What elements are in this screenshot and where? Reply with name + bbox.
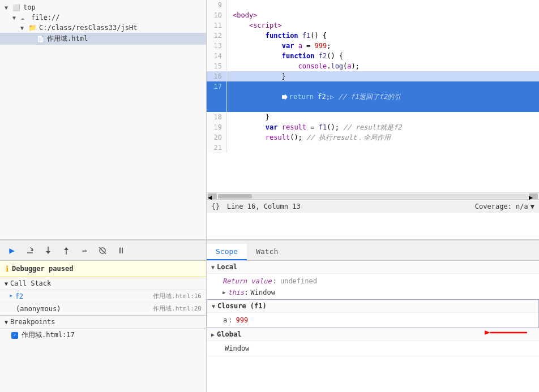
current-frame-arrow-icon: ➤: [9, 292, 13, 300]
step-out-icon: [61, 245, 71, 256]
closure-items: a : 999: [207, 313, 538, 328]
execution-pointer: [282, 94, 288, 100]
info-icon: ℹ: [6, 264, 8, 273]
breakpoint-item-1[interactable]: ✓ 作用域.html:17: [0, 329, 206, 342]
this-key: this: [228, 288, 244, 296]
resume-button[interactable]: ▶: [5, 243, 19, 258]
global-val: Window: [225, 343, 249, 354]
code-line-9: 9: [207, 0, 539, 10]
bottom-panel: ▶: [0, 239, 539, 392]
code-container: 9 10 <body> 11 <script> 12 functi: [207, 0, 539, 199]
cursor-position: Line 16, Column 13: [227, 203, 301, 210]
scope-watch-pane: Scope Watch ▼ Local: [207, 240, 539, 392]
stack-frame-anonymous[interactable]: (anonymous) 作用域.html:20: [0, 303, 206, 315]
global-section: ▶ Global Window: [207, 328, 539, 356]
code-line-14: 14 function f2() {: [207, 51, 539, 61]
tab-scope[interactable]: Scope: [207, 244, 247, 260]
scroll-right-btn[interactable]: ▶: [529, 193, 538, 199]
debugger-pane: ▶: [0, 240, 207, 392]
step-into-icon: [43, 245, 53, 256]
code-line-13: 13 var a = 999;: [207, 41, 539, 51]
code-line-18: 18 }: [207, 112, 539, 122]
closure-expand-arrow: ▼: [212, 303, 215, 309]
scope-item-this[interactable]: ▶ this : Window: [220, 287, 539, 298]
dropdown-arrow: ▼: [531, 203, 534, 210]
frame-file-anon: 作用域.html:20: [153, 304, 202, 313]
window-icon: [12, 3, 22, 11]
code-line-10: 10 <body>: [207, 10, 539, 20]
breakpoints-label: Breakpoints: [10, 318, 55, 326]
svg-line-8: [99, 247, 106, 254]
a-val: 999: [236, 315, 248, 325]
local-section: ▼ Local Return value : undefined ▶ this …: [207, 261, 539, 299]
folder-icon: [28, 24, 37, 32]
call-stack-section-header[interactable]: ▼ Call Stack: [0, 277, 206, 290]
deactivate-icon: [97, 245, 108, 256]
call-stack-label: Call Stack: [10, 279, 51, 287]
frame-file-f2: 作用域.html:16: [153, 292, 202, 300]
breakpoints-arrow: ▼: [5, 319, 8, 325]
step-button[interactable]: ⇒: [77, 243, 92, 258]
this-expand-arrow: ▶: [223, 290, 225, 295]
return-value-key: Return value: [223, 276, 272, 286]
local-expand-arrow: ▼: [211, 264, 215, 270]
debugger-paused-label: Debugger paused: [12, 265, 73, 273]
scope-item-a: a : 999: [221, 314, 538, 326]
tree-arrow-folder: ▼: [20, 25, 28, 31]
step-out-button[interactable]: [59, 243, 74, 258]
code-view[interactable]: 9 10 <body> 11 <script> 12 functi: [207, 0, 539, 192]
coverage-label: Coverage: n/a: [475, 203, 528, 210]
file-icon: [36, 35, 45, 43]
tree-label-html: 作用域.html: [47, 34, 88, 44]
scroll-left-btn[interactable]: ◀: [208, 193, 217, 199]
h-scrollbar[interactable]: ◀ ▶: [207, 192, 539, 199]
code-line-19: 19 var result = f1(); // result就是f2: [207, 122, 539, 132]
tree-item-html-file[interactable]: 作用域.html: [0, 33, 206, 45]
h-scroll-track[interactable]: [218, 194, 528, 199]
tab-watch[interactable]: Watch: [247, 244, 287, 260]
local-section-header[interactable]: ▼ Local: [207, 261, 539, 274]
tree-label-top: top: [23, 3, 36, 11]
this-val: Window: [251, 288, 275, 296]
main-layout: ▼ top ▼ file:// ▼ C:/class/resClass33/js…: [0, 0, 539, 239]
tree-item-file[interactable]: ▼ file://: [0, 12, 206, 23]
code-line-20: 20 result(); // 执行result，全局作用: [207, 132, 539, 143]
breakpoints-section: ▼ Breakpoints ✓ 作用域.html:17: [0, 315, 206, 342]
scope-item-return-value: Return value : undefined: [220, 275, 539, 287]
tree-label-file: file://: [31, 14, 60, 21]
code-line-12: 12 function f1() {: [207, 31, 539, 41]
closure-section: ▼ Closure (f1) a : 999: [207, 299, 539, 328]
tree-label-folder: C:/class/resClass33/jsHt: [39, 24, 137, 32]
deactivate-breakpoints-button[interactable]: [95, 243, 110, 258]
closure-section-header[interactable]: ▼ Closure (f1): [207, 300, 538, 313]
stack-frame-f2[interactable]: ➤ f2 作用域.html:16: [0, 290, 206, 303]
panel-tabs: Scope Watch: [207, 240, 539, 261]
local-items: Return value : undefined ▶ this : Window: [207, 274, 539, 299]
return-value-val: undefined: [280, 276, 317, 286]
debugger-paused-banner: ℹ Debugger paused: [0, 261, 206, 277]
step-over-button[interactable]: [23, 243, 37, 258]
pause-exceptions-button[interactable]: ⏸: [113, 243, 128, 258]
code-editor: 9 10 <body> 11 <script> 12 functi: [207, 0, 539, 239]
tree-item-top[interactable]: ▼ top: [0, 2, 206, 12]
scope-item-global: Window: [220, 342, 539, 355]
tree-item-folder[interactable]: ▼ C:/class/resClass33/jsHt: [0, 23, 206, 33]
source-tree: ▼ top ▼ file:// ▼ C:/class/resClass33/js…: [0, 0, 206, 239]
tree-arrow-top: ▼: [5, 5, 12, 11]
code-line-16: 16 }: [207, 71, 539, 81]
status-bar: {} Line 16, Column 13 Coverage: n/a ▼: [207, 199, 539, 213]
global-section-header[interactable]: ▶ Global: [207, 328, 539, 341]
breakpoints-section-header[interactable]: ▼ Breakpoints: [0, 316, 206, 329]
svg-marker-7: [64, 247, 69, 250]
code-line-15: 15 console.log(a);: [207, 61, 539, 71]
call-stack-list: ➤ f2 作用域.html:16 (anonymous) 作用域.html:20: [0, 290, 206, 315]
step-into-button[interactable]: [41, 243, 55, 258]
code-line-11: 11 <script>: [207, 20, 539, 31]
sources-panel: ▼ top ▼ file:// ▼ C:/class/resClass33/js…: [0, 0, 207, 239]
global-section-title: Global: [217, 330, 241, 338]
frame-fn-anon: (anonymous): [16, 305, 153, 313]
a-key: a: [223, 315, 227, 325]
h-scroll-thumb[interactable]: [218, 194, 252, 199]
tree-arrow-file: ▼: [12, 15, 20, 21]
breakpoint-checkbox[interactable]: ✓: [11, 332, 18, 339]
